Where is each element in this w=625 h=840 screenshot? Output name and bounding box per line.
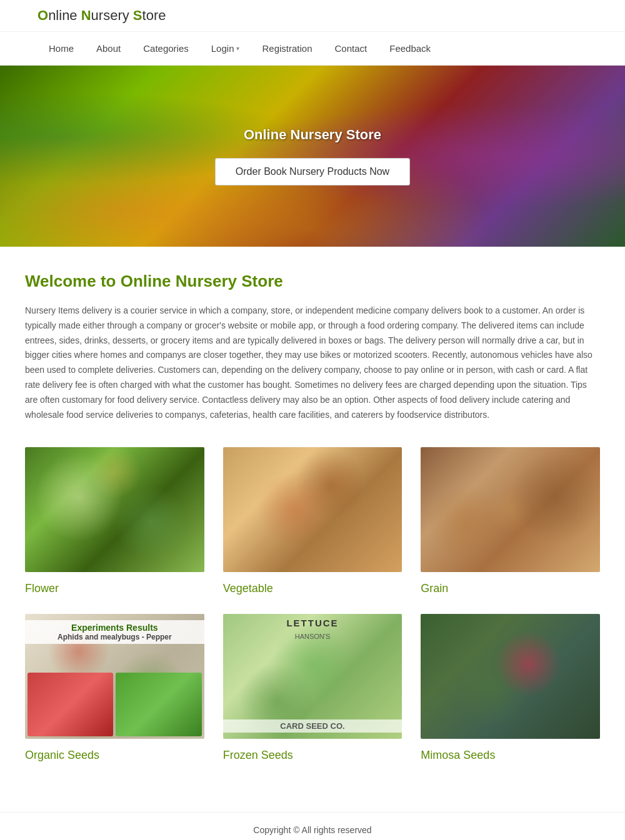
organic-overlay-text: Experiments Results Aphids and mealybugs… [25,620,204,644]
logo-letter-s: S [133,7,142,23]
nav-item-registration[interactable]: Registration [251,32,323,65]
product-item-organic-seeds: Experiments Results Aphids and mealybugs… [25,614,204,762]
site-header: Online Nursery Store [0,0,625,32]
product-grid: Flower Vegetable Grain Experiments Resul… [25,447,600,762]
logo-letter-o: O [38,7,48,23]
product-label-vegetable: Vegetable [223,582,402,595]
login-chevron-icon: ▾ [236,45,239,52]
product-image-frozen-seeds: LETTUCE HANSON'S CARD SEED CO. [223,614,402,739]
frozen-bottom-text: CARD SEED CO. [223,719,402,733]
site-footer: Copyright © All rights reserved [0,812,625,840]
site-logo[interactable]: Online Nursery Store [38,7,166,24]
product-item-flower: Flower [25,447,204,595]
product-item-mimosa-seeds: Mimosa Seeds [421,614,600,762]
hero-content: Online Nursery Store Order Book Nursery … [215,127,410,185]
nav-item-login[interactable]: Login ▾ [200,32,251,65]
product-item-frozen-seeds: LETTUCE HANSON'S CARD SEED CO. Frozen Se… [223,614,402,762]
hero-section: Online Nursery Store Order Book Nursery … [0,66,625,247]
nav-item-contact[interactable]: Contact [324,32,379,65]
nav-item-categories[interactable]: Categories [132,32,200,65]
product-image-vegetable [223,447,402,572]
product-image-flower [25,447,204,572]
product-label-grain: Grain [421,582,600,595]
product-image-organic-seeds: Experiments Results Aphids and mealybugs… [25,614,204,739]
logo-text-tore: tore [142,7,166,23]
hero-title: Online Nursery Store [215,127,410,143]
nav-item-home[interactable]: Home [38,32,85,65]
nav-item-about[interactable]: About [85,32,132,65]
welcome-description: Nursery Items delivery is a courier serv… [25,304,600,422]
main-nav: Home About Categories Login ▾ Registrati… [0,32,625,66]
logo-letter-n: N [81,7,91,23]
welcome-title: Welcome to Online Nursery Store [25,272,600,291]
product-label-mimosa-seeds: Mimosa Seeds [421,749,600,762]
frozen-brand-text: HANSON'S [223,633,402,640]
logo-text-nline: nline [48,7,81,23]
nav-item-feedback[interactable]: Feedback [378,32,442,65]
main-content: Welcome to Online Nursery Store Nursery … [12,247,612,799]
product-label-organic-seeds: Organic Seeds [25,749,204,762]
product-item-vegetable: Vegetable [223,447,402,595]
logo-text-ursery: ursery [91,7,133,23]
product-item-grain: Grain [421,447,600,595]
footer-copyright: Copyright © All rights reserved [253,825,371,835]
product-label-flower: Flower [25,582,204,595]
frozen-top-text: LETTUCE [223,618,402,628]
product-image-mimosa-seeds [421,614,600,739]
product-image-grain [421,447,600,572]
product-label-frozen-seeds: Frozen Seeds [223,749,402,762]
order-now-button[interactable]: Order Book Nursery Products Now [215,158,410,185]
